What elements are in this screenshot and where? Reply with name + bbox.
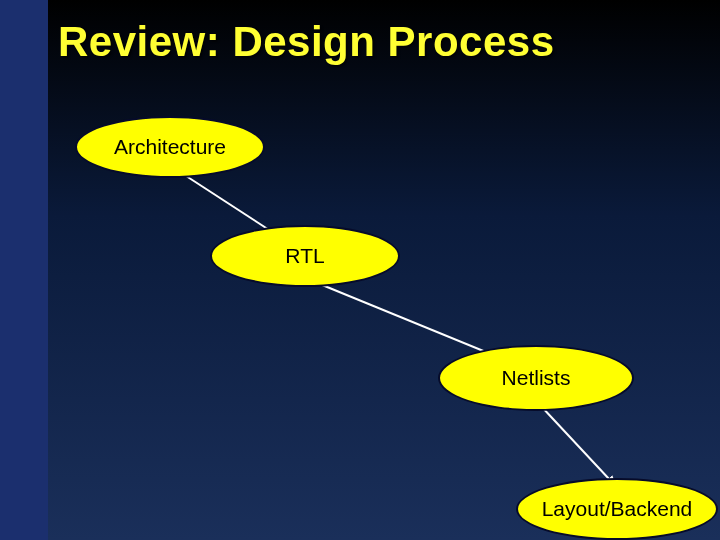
node-label: Architecture — [114, 135, 226, 159]
svg-line-5 — [540, 405, 610, 480]
node-netlists: Netlists — [438, 345, 634, 411]
node-label: RTL — [285, 244, 324, 268]
node-label: Netlists — [502, 366, 571, 390]
left-accent-bar — [0, 0, 48, 540]
slide-title: Review: Design Process — [58, 18, 555, 66]
node-architecture: Architecture — [75, 116, 265, 178]
node-label: Layout/Backend — [542, 497, 693, 521]
slide: Review: Design Process Architecture RTL … — [0, 0, 720, 540]
node-layout-backend: Layout/Backend — [516, 478, 718, 540]
node-rtl: RTL — [210, 225, 400, 287]
